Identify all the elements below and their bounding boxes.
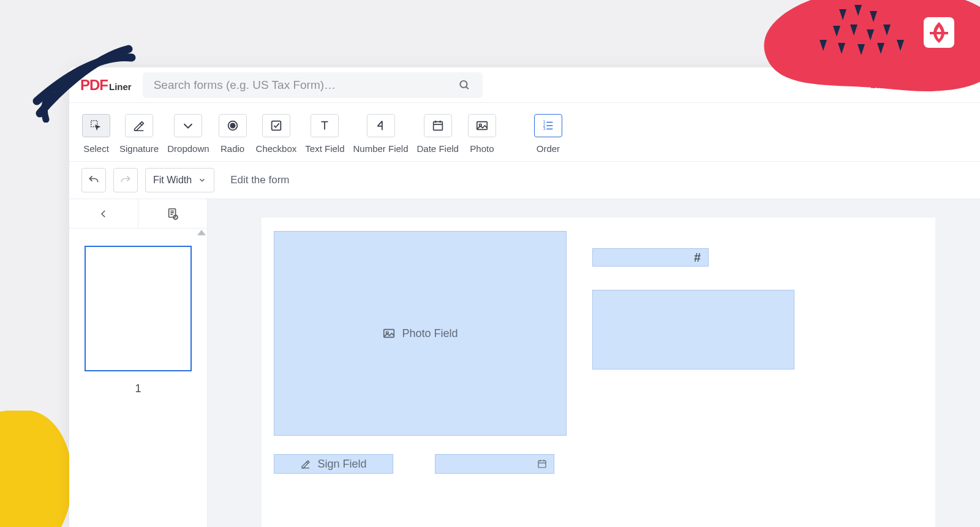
- text-block-field[interactable]: [592, 290, 794, 370]
- tool-text-field[interactable]: Text Field: [305, 114, 344, 154]
- tool-label: Dropdown: [167, 143, 209, 154]
- scroll-up-indicator: [197, 230, 206, 235]
- number-field[interactable]: #: [592, 248, 709, 267]
- tool-label: Photo: [470, 143, 494, 154]
- undo-button[interactable]: [81, 168, 106, 192]
- chevron-down-icon: [198, 176, 206, 184]
- side-panel: 1: [69, 199, 208, 527]
- search-icon[interactable]: [459, 79, 470, 91]
- tool-order[interactable]: 123 Order: [533, 114, 563, 154]
- tool-label: Order: [537, 143, 560, 154]
- page[interactable]: Photo Field # Sign Field: [262, 218, 935, 527]
- tool-label: Select: [83, 143, 109, 154]
- photo-field-label: Photo Field: [402, 327, 458, 340]
- app-window: PDF Liner blank Select Signature Dropdow…: [69, 67, 980, 527]
- svg-rect-1: [930, 32, 948, 34]
- sidepanel-page-settings[interactable]: [138, 199, 207, 228]
- tool-label: Number Field: [353, 143, 409, 154]
- chevron-left-icon: [98, 208, 109, 219]
- mode-label: Edit the form: [230, 174, 289, 186]
- tool-label: Radio: [221, 143, 244, 154]
- tool-date-field[interactable]: Date Field: [417, 114, 459, 154]
- svg-rect-8: [272, 121, 281, 131]
- pdf-badge-icon: [922, 16, 956, 49]
- tool-label: Text Field: [305, 143, 344, 154]
- signature-icon: [300, 458, 311, 469]
- search-input[interactable]: [143, 72, 483, 98]
- tool-label: Date Field: [417, 143, 459, 154]
- tool-number-field[interactable]: Number Field: [353, 114, 409, 154]
- search-wrap: [143, 72, 483, 98]
- thumbnail-area: 1: [69, 229, 207, 527]
- tool-dropdown[interactable]: Dropdown: [167, 114, 209, 154]
- tool-label: Signature: [119, 143, 159, 154]
- sign-field[interactable]: Sign Field: [274, 454, 393, 474]
- tool-radio[interactable]: Radio: [218, 114, 247, 154]
- date-field[interactable]: [435, 454, 554, 474]
- toolbar: Select Signature Dropdown Radio Checkbox…: [69, 103, 980, 162]
- redo-button[interactable]: [113, 168, 138, 192]
- tool-photo[interactable]: Photo: [467, 114, 497, 154]
- svg-line-3: [466, 86, 469, 89]
- svg-point-2: [460, 80, 467, 87]
- page-number: 1: [81, 382, 195, 395]
- svg-point-7: [230, 123, 235, 127]
- zoom-value: Fit Width: [153, 175, 192, 186]
- photo-field[interactable]: Photo Field: [274, 231, 567, 436]
- calendar-icon: [537, 458, 548, 469]
- svg-rect-13: [433, 122, 442, 131]
- zoom-select[interactable]: Fit Width: [145, 168, 214, 192]
- workspace: 1 Photo Field # S: [69, 199, 980, 527]
- svg-rect-36: [538, 461, 546, 468]
- side-panel-tabs: [69, 199, 207, 229]
- sign-field-label: Sign Field: [317, 458, 366, 471]
- sidepanel-back[interactable]: [69, 199, 138, 228]
- page-thumbnail[interactable]: [85, 246, 192, 371]
- canvas[interactable]: Photo Field # Sign Field: [208, 199, 980, 527]
- decor-scribble: [31, 43, 141, 123]
- image-icon: [382, 327, 396, 340]
- decor-yellow-blob: [0, 411, 80, 527]
- subbar: Fit Width Edit the form: [69, 162, 980, 199]
- page-gear-icon: [166, 207, 179, 221]
- svg-text:3: 3: [543, 126, 546, 131]
- tool-label: Checkbox: [256, 143, 297, 154]
- svg-line-12: [377, 121, 382, 126]
- tool-checkbox[interactable]: Checkbox: [256, 114, 297, 154]
- number-placeholder: #: [694, 251, 701, 265]
